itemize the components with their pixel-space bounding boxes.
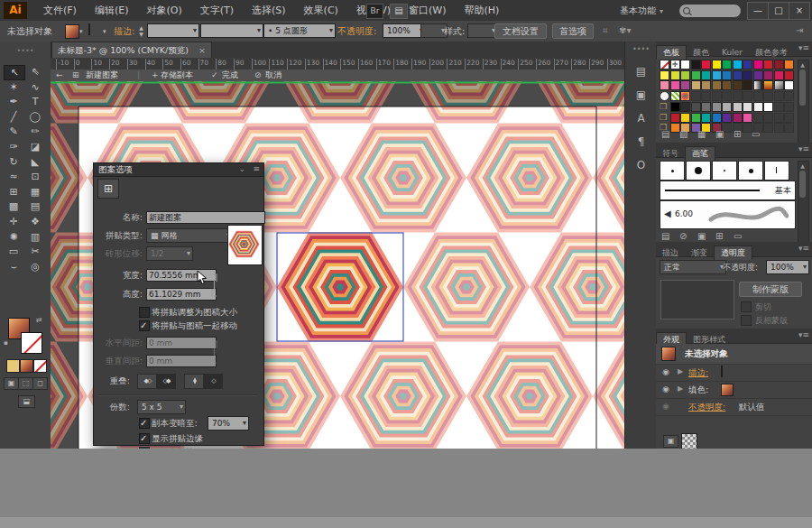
- swatch-2-4[interactable]: [701, 80, 711, 90]
- swatch-4-1[interactable]: [670, 102, 680, 112]
- swatch-1-8[interactable]: [743, 70, 752, 80]
- show-tile-edge-checkbox[interactable]: [139, 433, 150, 444]
- fill-row[interactable]: ◉ ▶ 填色:: [656, 381, 812, 399]
- stroke-row[interactable]: ◉ ▶ 描边:: [656, 364, 812, 382]
- stroke-link[interactable]: 描边:: [688, 367, 708, 379]
- pattern-name-input[interactable]: [146, 211, 265, 224]
- fill-row-swatch[interactable]: [721, 384, 734, 396]
- swatches-tab-1[interactable]: 颜色: [687, 46, 715, 60]
- swatch-0-12[interactable]: [784, 60, 794, 69]
- brush-options-icon[interactable]: ▣: [697, 231, 706, 241]
- scroll-up-icon[interactable]: ▲: [798, 61, 807, 68]
- swatch-1-7[interactable]: [733, 70, 743, 80]
- brush-basic-row[interactable]: 基本: [660, 181, 796, 200]
- ellipse-tool[interactable]: ◯: [25, 110, 45, 124]
- symbol-sprayer-tool[interactable]: ✺: [4, 230, 23, 244]
- brush-libraries-icon[interactable]: ▤: [661, 231, 669, 241]
- blend-tool[interactable]: ❖: [25, 215, 45, 228]
- swatch-1-12[interactable]: [784, 70, 794, 80]
- document-setup-button[interactable]: 文档设置: [494, 23, 547, 39]
- expand-arrow-icon[interactable]: ▶: [678, 384, 683, 393]
- swatch-2-12[interactable]: [784, 80, 794, 90]
- paintbrush-tool[interactable]: ✎: [4, 125, 23, 138]
- swatch-5-3[interactable]: [691, 113, 701, 123]
- close-document-icon[interactable]: ×: [198, 45, 206, 55]
- brushes-scrollbar[interactable]: ▲ ▼: [798, 161, 809, 251]
- swatch-1-10[interactable]: [763, 70, 773, 80]
- pen-tool[interactable]: ✒: [4, 95, 23, 108]
- free-transform-tool[interactable]: ⊡: [25, 170, 45, 183]
- expand-arrow-icon[interactable]: ▶: [678, 367, 683, 375]
- minimize-button[interactable]: —: [747, 2, 769, 20]
- fill-dropdown-icon[interactable]: ▾: [79, 28, 83, 35]
- panel-menu-icon[interactable]: ▾≡: [798, 330, 809, 339]
- dim-copies-checkbox[interactable]: [139, 418, 150, 429]
- toolbar-grip[interactable]: ••••: [0, 47, 51, 55]
- brush-calligraphic-row[interactable]: ◀6.00: [660, 200, 796, 229]
- style-dropdown[interactable]: [467, 23, 498, 38]
- default-fill-stroke-icon[interactable]: ▪: [4, 339, 8, 347]
- cancel-button[interactable]: 取消: [265, 69, 281, 81]
- bridge-icon[interactable]: Br: [366, 4, 383, 19]
- swatch-1-2[interactable]: [680, 70, 690, 80]
- swatch-1-3[interactable]: [691, 70, 701, 80]
- gradient-tool[interactable]: ▤: [25, 199, 45, 213]
- transparency-tab-2[interactable]: 透明度: [714, 245, 752, 260]
- swatch-0-1[interactable]: ✛: [670, 60, 680, 69]
- swatch-2-10[interactable]: [763, 80, 773, 90]
- swatch-2-9[interactable]: [753, 80, 763, 90]
- swatch-1-11[interactable]: [774, 70, 784, 80]
- swatch-4-2[interactable]: [680, 102, 690, 112]
- fill-label[interactable]: 填色:: [688, 384, 708, 396]
- brushes-tab-0[interactable]: 符号: [656, 147, 685, 161]
- swatch-4-5[interactable]: [712, 102, 722, 112]
- overlap-top-in-front-button[interactable]: ⧫: [184, 374, 204, 389]
- dim-copies-dropdown[interactable]: 70%: [208, 416, 249, 431]
- exit-pattern-arrow-icon[interactable]: ←: [56, 69, 63, 81]
- visibility-eye-icon[interactable]: ◉: [662, 367, 669, 376]
- menu-item-8[interactable]: 帮助(H): [455, 0, 508, 21]
- pattern-options-dialog[interactable]: 图案选项 ⌄ ≡ ⊞ 名称: 拼贴类型: ▦ 网格 砖形位移: 1/2 宽度: …: [93, 162, 264, 446]
- swap-fill-stroke-icon[interactable]: ⇄: [36, 316, 42, 324]
- preferences-button[interactable]: 首选项: [552, 23, 594, 39]
- document-tab[interactable]: 未标题-3* @ 100% (CMYK/预览) ×: [51, 42, 212, 59]
- pencil-tool[interactable]: ✏: [25, 125, 45, 138]
- swatch-5-2[interactable]: [680, 113, 690, 123]
- maximize-button[interactable]: □: [768, 2, 789, 20]
- overlap-left-in-front-button[interactable]: ◆◇: [137, 374, 157, 389]
- brush-cell-1[interactable]: [686, 161, 711, 181]
- done-button[interactable]: 完成: [222, 69, 238, 81]
- make-mask-button[interactable]: 制作蒙版: [739, 282, 802, 297]
- done-check-icon[interactable]: ✓: [211, 69, 218, 81]
- swatch-4-0[interactable]: ❒: [660, 102, 669, 112]
- new-brush-icon[interactable]: ⊞: [715, 231, 723, 241]
- eraser-tool[interactable]: ◪: [25, 140, 45, 153]
- swatch-2-8[interactable]: [743, 80, 752, 90]
- swatch-2-0[interactable]: [660, 80, 669, 90]
- draw-inside-button[interactable]: ◻: [32, 377, 48, 390]
- swatch-2-11[interactable]: [774, 80, 784, 90]
- layers-panel-icon[interactable]: ▤: [625, 65, 657, 78]
- blend-mode-dropdown[interactable]: 正常: [660, 260, 726, 274]
- column-graph-tool[interactable]: ▥: [25, 230, 45, 244]
- opacity-row[interactable]: ◉ 不透明度: 默认值: [656, 398, 812, 416]
- swatch-2-3[interactable]: [691, 80, 701, 90]
- fill-swatch[interactable]: [65, 24, 79, 39]
- transparency-tab-1[interactable]: 渐变: [685, 246, 714, 260]
- overlap-right-in-front-button[interactable]: ◇◆: [156, 374, 176, 389]
- artboard-tool[interactable]: ▭: [4, 245, 23, 258]
- swatch-1-4[interactable]: [701, 70, 711, 80]
- panel-menu-icon[interactable]: ▾≡: [798, 244, 809, 253]
- screen-mode-button[interactable]: ⬓: [18, 395, 35, 408]
- swatch-3-1[interactable]: [670, 91, 680, 101]
- swatch-4-10[interactable]: [763, 102, 773, 112]
- color-group-icon[interactable]: ▧: [679, 129, 687, 139]
- swatch-0-9[interactable]: [753, 60, 763, 69]
- cancel-circle-icon[interactable]: ⊘: [254, 69, 262, 81]
- swatch-4-6[interactable]: [722, 102, 732, 112]
- width-profile-dropdown[interactable]: [200, 23, 263, 38]
- brush-cell-3[interactable]: [738, 161, 763, 181]
- swatch-5-4[interactable]: [701, 113, 711, 123]
- slice-tool[interactable]: ✂: [25, 245, 45, 258]
- stroke-swatch[interactable]: [88, 23, 90, 35]
